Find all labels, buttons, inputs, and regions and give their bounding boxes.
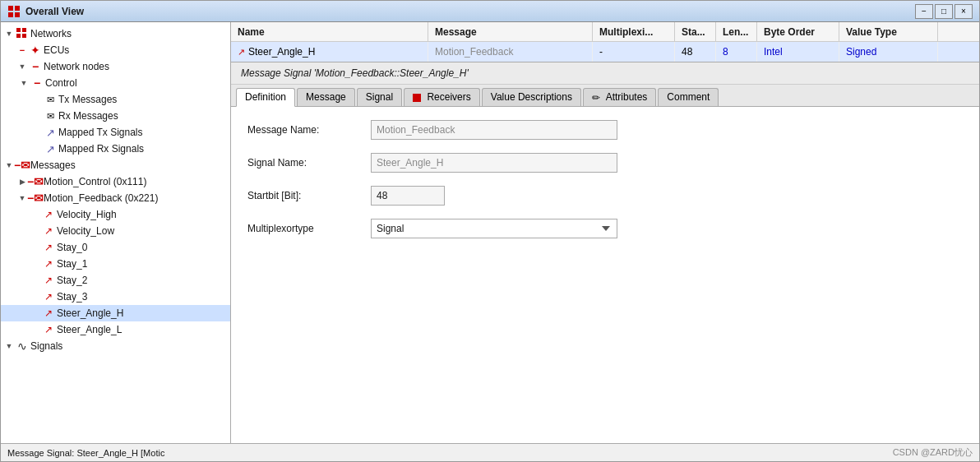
networks-label: Networks (30, 28, 72, 39)
status-text: Message Signal: Steer_Angle_H [Motic (7, 448, 893, 458)
sidebar-item-stay-2[interactable]: ▶ ↗ Stay_2 (1, 272, 230, 289)
sidebar-item-steer-angle-l[interactable]: ▶ ↗ Steer_Angle_L (1, 321, 230, 338)
sidebar-item-control[interactable]: ▼ − Control (1, 75, 230, 91)
form-row-startbit: Startbit [Bit]: (247, 186, 963, 206)
sidebar-item-rx-messages[interactable]: ▶ ✉ Rx Messages (1, 108, 230, 124)
bottom-section: Message Signal 'Motion_Feedback::Steer_A… (231, 62, 979, 443)
stay1-label: Stay_1 (57, 258, 87, 270)
maximize-button[interactable]: □ (935, 4, 953, 19)
stay0-label: Stay_0 (57, 242, 87, 253)
mapped-rx-icon: ↗ (44, 142, 57, 155)
sidebar-item-velocity-high[interactable]: ▶ ↗ Velocity_High (1, 206, 230, 223)
stay3-icon: ↗ (42, 290, 55, 303)
attributes-pencil-icon: ✏ (592, 92, 600, 104)
control-icon: − (30, 76, 44, 90)
sidebar-item-mapped-tx-signals[interactable]: ▶ ↗ Mapped Tx Signals (1, 124, 230, 141)
svg-rect-7 (22, 34, 26, 38)
stay3-label: Stay_3 (57, 291, 87, 303)
form-area: Message Name: Signal Name: Startbit [Bit… (231, 107, 979, 443)
sidebar-item-stay-0[interactable]: ▶ ↗ Stay_0 (1, 239, 230, 256)
steer-l-label: Steer_Angle_L (57, 324, 122, 335)
sidebar-item-steer-angle-h[interactable]: ▶ ↗ Steer_Angle_H (1, 305, 230, 321)
cell-multiplex: - (593, 42, 675, 62)
noexpand: ▶ (30, 93, 44, 106)
sidebar-item-ecus[interactable]: − ✦ ECUs (1, 42, 230, 58)
steer-l-icon: ↗ (42, 323, 55, 336)
velocity-low-label: Velocity_Low (57, 225, 114, 237)
tab-message[interactable]: Message (297, 88, 355, 106)
left-panel: ▼ Networks − ✦ ECUs (1, 22, 231, 443)
tab-value-descriptions[interactable]: Value Descriptions (482, 88, 581, 106)
rx-messages-label: Rx Messages (58, 110, 118, 122)
rx-messages-icon: ✉ (44, 109, 57, 122)
velocity-high-label: Velocity_High (57, 209, 117, 220)
col-header-byteorder: Byte Order (757, 22, 839, 41)
sidebar-item-mapped-rx-signals[interactable]: ▶ ↗ Mapped Rx Signals (1, 141, 230, 157)
table-row[interactable]: ↗ Steer_Angle_H Motion_Feedback - 48 8 I… (231, 42, 979, 62)
expand-icon: ▼ (17, 76, 30, 90)
motion-feedback-icon: −✉ (29, 192, 42, 205)
mapped-rx-label: Mapped Rx Signals (58, 143, 144, 155)
steer-h-label: Steer_Angle_H (57, 307, 123, 319)
tabs-bar: Definition Message Signal Receivers Valu… (231, 85, 979, 107)
sidebar-item-stay-1[interactable]: ▶ ↗ Stay_1 (1, 256, 230, 272)
sidebar-item-stay-3[interactable]: ▶ ↗ Stay_3 (1, 289, 230, 305)
svg-rect-0 (8, 6, 13, 11)
form-row-signal-name: Signal Name: (247, 153, 963, 173)
col-header-message: Message (428, 22, 593, 41)
stay2-icon: ↗ (42, 274, 55, 287)
sidebar-item-motion-feedback[interactable]: ▼ −✉ Motion_Feedback (0x221) (1, 190, 230, 206)
tab-comment[interactable]: Comment (658, 88, 719, 106)
networks-icon (16, 27, 29, 40)
velocity-low-icon: ↗ (42, 224, 55, 238)
table-header: Name Message Multiplexi... Sta... Len...… (231, 22, 979, 42)
title-bar-icon (7, 5, 21, 18)
svg-rect-3 (15, 12, 20, 17)
sidebar-item-motion-control[interactable]: ▶ −✉ Motion_Control (0x111) (1, 173, 230, 190)
row-signal-icon: ↗ (238, 47, 245, 58)
svg-rect-1 (15, 6, 20, 11)
multiplexortype-label: Multiplexortype (247, 223, 371, 234)
signals-icon: ∿ (16, 340, 29, 353)
right-panel: Name Message Multiplexi... Sta... Len...… (231, 22, 979, 443)
cell-name: ↗ Steer_Angle_H (231, 42, 428, 62)
noexpand: ▶ (29, 241, 42, 254)
section-title: Message Signal 'Motion_Feedback::Steer_A… (231, 62, 979, 85)
tab-attributes[interactable]: ✏ Attributes (583, 88, 656, 106)
col-header-len: Len... (716, 22, 757, 41)
message-name-input[interactable] (371, 120, 617, 140)
svg-rect-5 (22, 28, 26, 32)
sidebar-item-messages[interactable]: ▼ −✉ Messages (1, 157, 230, 173)
sidebar-item-network-nodes[interactable]: ▼ − Network nodes (1, 58, 230, 75)
startbit-label: Startbit [Bit]: (247, 190, 371, 201)
col-header-name: Name (231, 22, 428, 41)
minimize-button[interactable]: − (915, 4, 933, 19)
form-row-message-name: Message Name: (247, 120, 963, 140)
cell-byteorder: Intel (757, 42, 839, 62)
startbit-input[interactable] (371, 186, 445, 206)
sidebar-item-velocity-low[interactable]: ▶ ↗ Velocity_Low (1, 223, 230, 239)
noexpand: ▶ (29, 257, 42, 270)
cell-valuetype: Signed (839, 42, 938, 62)
control-label: Control (45, 77, 77, 89)
ecus-icon: ✦ (29, 44, 42, 57)
multiplexortype-select[interactable]: Signal Multiplexor MuxSignal None (371, 219, 617, 238)
cell-start: 48 (675, 42, 716, 62)
tab-signal[interactable]: Signal (357, 88, 402, 106)
close-button[interactable]: × (955, 4, 973, 19)
steer-h-icon: ↗ (42, 307, 55, 320)
sidebar-item-tx-messages[interactable]: ▶ ✉ Tx Messages (1, 91, 230, 108)
sidebar-item-networks[interactable]: ▼ Networks (1, 25, 230, 42)
form-row-multiplexortype: Multiplexortype Signal Multiplexor MuxSi… (247, 219, 963, 238)
status-brand: CSDN @ZARD忧心 (893, 446, 973, 459)
signals-label: Signals (30, 340, 62, 352)
noexpand: ▶ (29, 224, 42, 238)
tx-messages-label: Tx Messages (58, 94, 117, 105)
col-header-valuetype: Value Type (839, 22, 938, 41)
sidebar-item-signals[interactable]: ▼ ∿ Signals (1, 338, 230, 354)
tab-receivers[interactable]: Receivers (404, 88, 480, 106)
tab-definition[interactable]: Definition (236, 88, 295, 107)
main-window: Overall View − □ × ▼ Networks (0, 0, 980, 462)
signal-name-input[interactable] (371, 153, 617, 173)
title-bar: Overall View − □ × (1, 1, 979, 22)
